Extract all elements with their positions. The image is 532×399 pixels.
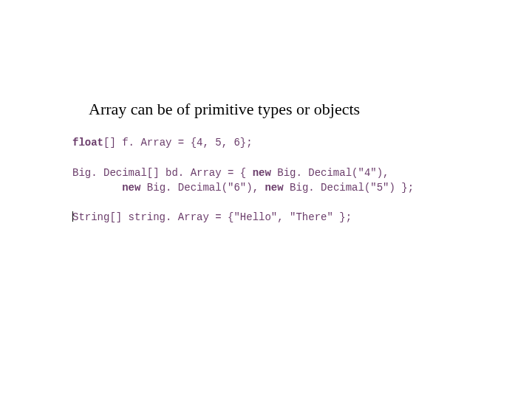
code-line-3b: Big. Decimal("5") };	[284, 182, 414, 194]
code-line-3a: Big. Decimal("6"),	[140, 182, 265, 194]
slide: Array can be of primitive types or objec…	[0, 0, 532, 399]
code-line-5: String[] string. Array = {"Hello", "Ther…	[72, 211, 352, 223]
keyword-new: new	[265, 182, 283, 194]
code-line-2a: Big. Decimal[] bd. Array = {	[72, 167, 253, 179]
code-line-1: [] f. Array = {4, 5, 6};	[103, 137, 253, 149]
code-line-2b: Big. Decimal("4"),	[271, 167, 389, 179]
slide-title: Array can be of primitive types or objec…	[89, 100, 532, 119]
keyword-new: new	[253, 167, 271, 179]
code-block: float[] f. Array = {4, 5, 6}; Big. Decim…	[72, 135, 532, 225]
keyword-float: float	[72, 137, 103, 149]
code-indent	[72, 182, 122, 194]
keyword-new: new	[122, 182, 140, 194]
